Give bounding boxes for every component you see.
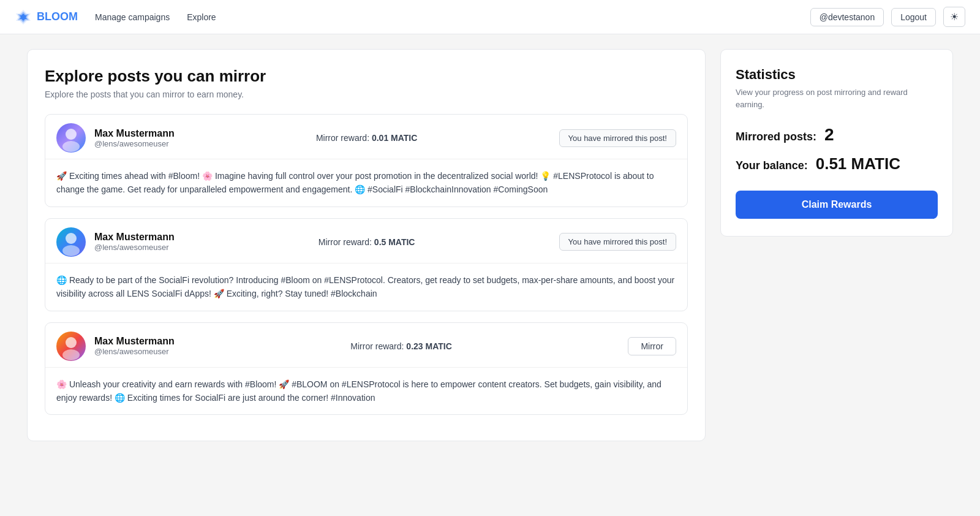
stats-title: Statistics: [736, 67, 938, 83]
post-card: Max Mustermann @lens/awesomeuser Mirror …: [45, 218, 688, 311]
avatar: [56, 332, 86, 361]
post-body: 🌸 Unleash your creativity and earn rewar…: [45, 368, 687, 415]
explore-link[interactable]: Explore: [187, 12, 216, 22]
claim-rewards-button[interactable]: Claim Rewards: [736, 191, 938, 219]
logo: BLOOM: [15, 9, 78, 26]
svg-point-8: [62, 349, 80, 360]
balance-stat: Your balance: 0.51 MATIC: [736, 154, 938, 173]
user-info: Max Mustermann @lens/awesomeuser: [94, 336, 175, 356]
balance-label: Your balance:: [736, 159, 808, 172]
user-name: Max Mustermann: [94, 128, 175, 139]
svg-point-4: [62, 141, 80, 152]
manage-campaigns-link[interactable]: Manage campaigns: [95, 12, 170, 22]
mirrored-posts-value: 2: [824, 125, 834, 144]
mirrored-posts-label: Mirrored posts:: [736, 131, 816, 143]
posts-list: Max Mustermann @lens/awesomeuser Mirror …: [45, 114, 688, 415]
post-card: Max Mustermann @lens/awesomeuser Mirror …: [45, 322, 688, 415]
page-title: Explore posts you can mirror: [45, 67, 688, 86]
mirrored-badge: You have mirrored this post!: [559, 129, 676, 147]
user-info: Max Mustermann @lens/awesomeuser: [94, 128, 175, 148]
bloom-logo-icon: [15, 9, 32, 26]
user-button[interactable]: @devtestanon: [810, 8, 884, 26]
mirror-reward: Mirror reward: 0.01 MATIC: [316, 133, 417, 143]
user-handle: @lens/awesomeuser: [94, 347, 175, 356]
user-info: Max Mustermann @lens/awesomeuser: [94, 232, 175, 252]
user-handle: @lens/awesomeuser: [94, 243, 175, 252]
mirrored-badge: You have mirrored this post!: [559, 233, 676, 251]
logout-button[interactable]: Logout: [891, 8, 936, 26]
avatar: [56, 123, 86, 153]
svg-point-7: [66, 337, 77, 348]
mirror-reward: Mirror reward: 0.5 MATIC: [318, 237, 415, 247]
mirror-reward: Mirror reward: 0.23 MATIC: [350, 341, 451, 351]
svg-point-5: [66, 233, 77, 244]
balance-value: 0.51 MATIC: [816, 154, 900, 173]
post-card: Max Mustermann @lens/awesomeuser Mirror …: [45, 114, 688, 207]
explore-panel: Explore posts you can mirror Explore the…: [27, 49, 706, 441]
logo-text: BLOOM: [37, 10, 78, 23]
post-body: 🚀 Exciting times ahead with #Bloom! 🌸 Im…: [45, 159, 687, 207]
theme-toggle-button[interactable]: ☀: [943, 7, 965, 27]
mirror-button[interactable]: Mirror: [628, 337, 676, 355]
statistics-panel: Statistics View your progress on post mi…: [720, 49, 953, 237]
post-body: 🌐 Ready to be part of the SocialFi revol…: [45, 264, 687, 311]
sun-icon: ☀: [950, 12, 959, 22]
svg-point-3: [66, 129, 77, 140]
mirrored-posts-stat: Mirrored posts: 2: [736, 125, 938, 145]
stats-subtitle: View your progress on post mirroring and…: [736, 86, 938, 110]
avatar: [56, 227, 86, 257]
user-name: Max Mustermann: [94, 232, 175, 243]
page-subtitle: Explore the posts that you can mirror to…: [45, 89, 688, 99]
user-name: Max Mustermann: [94, 336, 175, 347]
user-handle: @lens/awesomeuser: [94, 139, 175, 148]
svg-point-6: [62, 245, 80, 256]
